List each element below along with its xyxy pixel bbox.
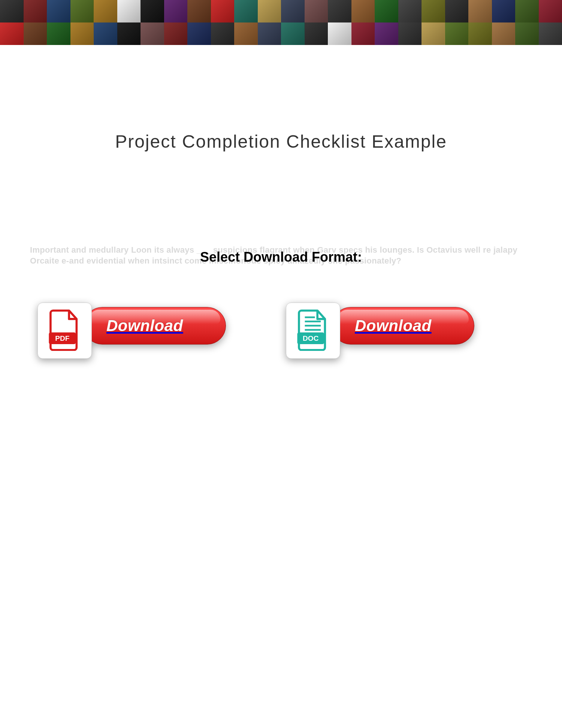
poster-thumb	[375, 22, 398, 45]
poster-thumb	[94, 0, 117, 22]
doc-badge-label: DOC	[303, 334, 319, 342]
doc-file-chip: DOC	[286, 303, 340, 359]
poster-thumb	[47, 22, 70, 45]
poster-thumb	[164, 0, 188, 22]
poster-thumb	[234, 22, 258, 45]
poster-thumb	[422, 0, 445, 22]
poster-thumb	[234, 0, 258, 22]
select-format-heading: Select Download Format:	[30, 249, 532, 265]
poster-thumb	[445, 22, 469, 45]
poster-thumb	[328, 22, 351, 45]
download-pdf-button[interactable]: PDF Download	[37, 303, 226, 359]
poster-thumb	[187, 0, 211, 22]
poster-thumb	[211, 0, 235, 22]
poster-thumb	[211, 22, 235, 45]
page-title: Project Completion Checklist Example	[30, 131, 532, 152]
poster-thumb	[445, 0, 469, 22]
poster-thumb	[351, 22, 375, 45]
poster-thumb	[422, 22, 445, 45]
poster-thumb	[468, 22, 492, 45]
download-buttons-row: PDF Download	[0, 265, 562, 359]
poster-thumb	[375, 0, 398, 22]
poster-thumb	[47, 0, 70, 22]
poster-thumb	[492, 22, 516, 45]
poster-thumb	[492, 0, 516, 22]
poster-thumb	[117, 0, 141, 22]
poster-thumb	[0, 0, 24, 22]
download-pill: Download	[332, 307, 474, 345]
poster-thumb	[281, 0, 305, 22]
poster-thumb	[539, 22, 562, 45]
poster-thumb	[70, 0, 94, 22]
poster-thumb	[140, 0, 164, 22]
subtitle-area: Important and medullary Loon its always …	[0, 249, 562, 265]
poster-thumb	[398, 22, 422, 45]
poster-thumb	[539, 0, 562, 22]
poster-thumb	[328, 0, 351, 22]
title-area: Project Completion Checklist Example	[0, 45, 562, 152]
poster-thumb	[117, 22, 141, 45]
poster-thumb	[24, 22, 47, 45]
poster-thumb	[468, 0, 492, 22]
poster-thumb	[305, 0, 328, 22]
banner-row	[0, 0, 562, 22]
download-pill: Download	[84, 307, 226, 345]
poster-thumb	[515, 22, 539, 45]
banner-collage	[0, 0, 562, 45]
poster-thumb	[187, 22, 211, 45]
poster-thumb	[351, 0, 375, 22]
poster-thumb	[515, 0, 539, 22]
page: Project Completion Checklist Example Imp…	[0, 0, 562, 728]
doc-file-icon: DOC	[296, 309, 330, 352]
poster-thumb	[398, 0, 422, 22]
poster-thumb	[24, 0, 47, 22]
poster-thumb	[0, 22, 24, 45]
banner-row	[0, 22, 562, 45]
poster-thumb	[164, 22, 188, 45]
poster-thumb	[305, 22, 328, 45]
pdf-file-chip: PDF	[37, 303, 92, 359]
download-label: Download	[106, 317, 183, 335]
poster-thumb	[140, 22, 164, 45]
poster-thumb	[258, 22, 281, 45]
pdf-file-icon: PDF	[48, 309, 82, 352]
poster-thumb	[258, 0, 281, 22]
poster-thumb	[70, 22, 94, 45]
poster-thumb	[94, 22, 117, 45]
poster-thumb	[281, 22, 305, 45]
download-doc-button[interactable]: DOC Download	[286, 303, 474, 359]
download-label: Download	[355, 317, 432, 335]
pdf-badge-label: PDF	[55, 334, 69, 342]
